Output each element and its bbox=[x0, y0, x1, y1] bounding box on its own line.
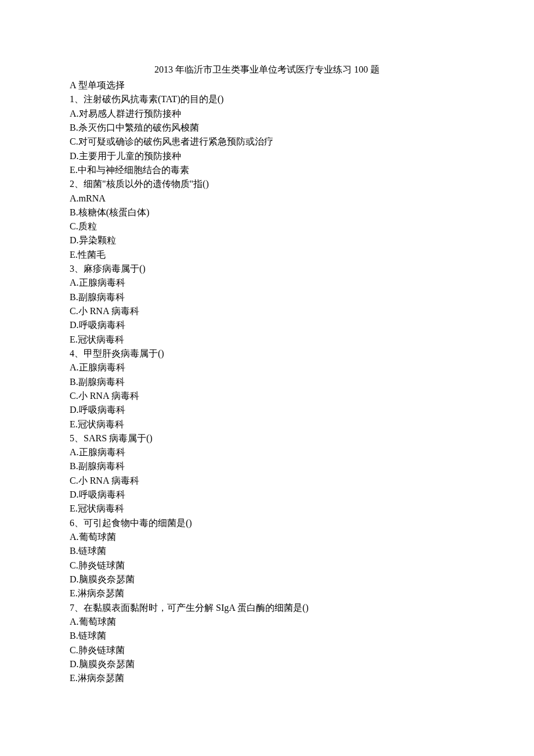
question-stem: 7、在黏膜表面黏附时，可产生分解 SIgA 蛋白酶的细菌是() bbox=[70, 601, 464, 615]
question-option: A.正腺病毒科 bbox=[70, 445, 464, 459]
question-stem: 4、甲型肝炎病毒属于() bbox=[70, 347, 464, 361]
question-option: C.对可疑或确诊的破伤风患者进行紧急预防或治疗 bbox=[70, 135, 464, 149]
question-option: E.淋病奈瑟菌 bbox=[70, 586, 464, 600]
question-option: B.副腺病毒科 bbox=[70, 459, 464, 473]
question-option: B.链球菌 bbox=[70, 629, 464, 643]
question-option: C.小 RNA 病毒科 bbox=[70, 474, 464, 488]
question-option: D.呼吸病毒科 bbox=[70, 488, 464, 502]
question-stem: 1、注射破伤风抗毒素(TAT)的目的是() bbox=[70, 92, 464, 106]
question-option: D.主要用于儿童的预防接种 bbox=[70, 149, 464, 163]
question-option: E.冠状病毒科 bbox=[70, 333, 464, 347]
question-stem: 3、麻疹病毒属于() bbox=[70, 262, 464, 276]
question-option: E.冠状病毒科 bbox=[70, 502, 464, 516]
question-option: D.脑膜炎奈瑟菌 bbox=[70, 657, 464, 671]
question-option: D.脑膜炎奈瑟菌 bbox=[70, 573, 464, 586]
question-option: D.异染颗粒 bbox=[70, 233, 464, 247]
question-option: B.杀灭伤口中繁殖的破伤风梭菌 bbox=[70, 121, 464, 135]
question-option: B.副腺病毒科 bbox=[70, 375, 464, 389]
question-option: E.冠状病毒科 bbox=[70, 417, 464, 431]
question-option: C.质粒 bbox=[70, 219, 464, 233]
question-option: A.葡萄球菌 bbox=[70, 530, 464, 544]
question-option: C.肺炎链球菌 bbox=[70, 559, 464, 573]
question-option: C.肺炎链球菌 bbox=[70, 643, 464, 657]
question-stem: 6、可引起食物中毒的细菌是() bbox=[70, 516, 464, 530]
question-option: A.正腺病毒科 bbox=[70, 276, 464, 290]
question-option: A.mRNA bbox=[70, 192, 464, 206]
page-title: 2013 年临沂市卫生类事业单位考试医疗专业练习 100 题 bbox=[70, 64, 464, 76]
question-option: A.正腺病毒科 bbox=[70, 361, 464, 375]
question-option: E.中和与神经细胞结合的毒素 bbox=[70, 163, 464, 177]
question-option: C.小 RNA 病毒科 bbox=[70, 304, 464, 318]
question-option: A.葡萄球菌 bbox=[70, 615, 464, 629]
questions-container: 1、注射破伤风抗毒素(TAT)的目的是()A.对易感人群进行预防接种B.杀灭伤口… bbox=[70, 92, 464, 685]
document-page: 2013 年临沂市卫生类事业单位考试医疗专业练习 100 题 A 型单项选择 1… bbox=[0, 0, 534, 720]
question-option: D.呼吸病毒科 bbox=[70, 403, 464, 417]
section-heading: A 型单项选择 bbox=[70, 78, 464, 92]
question-option: E.淋病奈瑟菌 bbox=[70, 671, 464, 685]
question-option: A.对易感人群进行预防接种 bbox=[70, 107, 464, 121]
question-option: C.小 RNA 病毒科 bbox=[70, 389, 464, 403]
question-option: D.呼吸病毒科 bbox=[70, 318, 464, 332]
question-option: B.副腺病毒科 bbox=[70, 290, 464, 304]
question-stem: 2、细菌"核质以外的遗传物质"指() bbox=[70, 177, 464, 191]
question-option: E.性菌毛 bbox=[70, 248, 464, 262]
question-option: B.链球菌 bbox=[70, 544, 464, 558]
question-stem: 5、SARS 病毒属于() bbox=[70, 431, 464, 445]
question-option: B.核糖体(核蛋白体) bbox=[70, 206, 464, 219]
